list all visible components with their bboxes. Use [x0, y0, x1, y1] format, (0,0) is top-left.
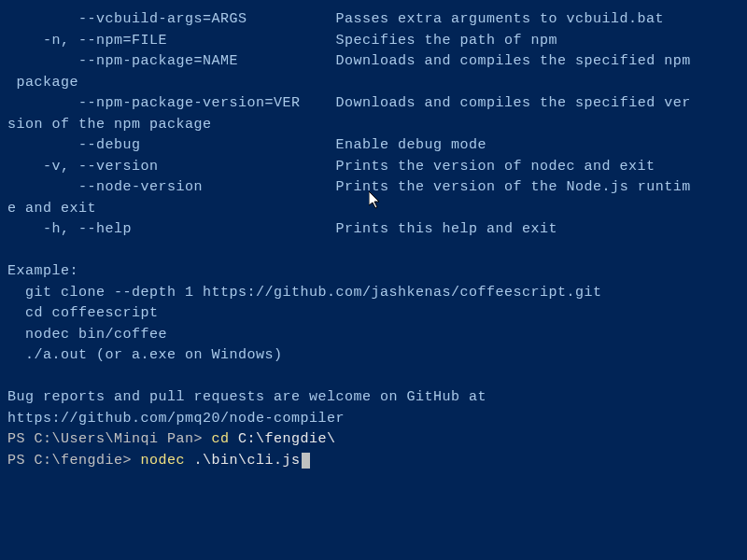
text-cursor — [302, 453, 310, 469]
command-verb: cd — [212, 431, 239, 447]
option-cont: e and exit — [7, 199, 740, 220]
option-flags: --npm-package-version=VER — [7, 95, 301, 111]
example-heading: Example: — [7, 261, 740, 283]
option-desc: Passes extra arguments to vcbuild.bat — [336, 11, 665, 27]
option-flags: --vcbuild-args=ARGS — [7, 11, 247, 27]
option-desc: Prints the version of the Node.js runtim — [336, 179, 691, 195]
command-arg: .\bin\cli.js — [194, 453, 301, 469]
option-desc: Downloads and compiles the specified npm — [336, 53, 691, 69]
option-flags: -n, --npm=FILE — [7, 33, 167, 49]
option-flags: -h, --help — [7, 221, 132, 237]
option-row: -n, --npm=FILE Specifies the path of npm — [7, 31, 740, 52]
option-flags: --npm-package=NAME — [7, 53, 238, 69]
ps-prompt: PS C:\Users\Minqi Pan> — [7, 431, 212, 447]
command-verb: nodec — [141, 453, 194, 469]
option-desc: Downloads and compiles the specified ver — [336, 95, 691, 111]
option-desc: Enable debug mode — [336, 137, 487, 153]
option-row: --node-version Prints the version of the… — [7, 177, 740, 199]
option-desc: Prints this help and exit — [336, 221, 558, 237]
terminal-output[interactable]: --vcbuild-args=ARGS Passes extra argumen… — [7, 9, 740, 471]
option-row: -h, --help Prints this help and exit — [7, 219, 740, 241]
blank-line — [7, 367, 740, 388]
command-arg: C:\fengdie\ — [238, 431, 336, 447]
option-desc: Prints the version of nodec and exit — [336, 159, 655, 175]
option-row: --vcbuild-args=ARGS Passes extra argumen… — [7, 9, 740, 31]
option-flags: --debug — [7, 137, 141, 153]
option-flags: --node-version — [7, 179, 203, 195]
prompt-line[interactable]: PS C:\fengdie> nodec .\bin\cli.js — [7, 451, 740, 472]
ps-prompt: PS C:\fengdie> — [7, 453, 141, 469]
option-flags: -v, --version — [7, 159, 159, 175]
option-cont: package — [7, 73, 740, 94]
footer-line: https://github.com/pmq20/node-compiler — [7, 409, 740, 430]
example-line: ./a.out (or a.exe on Windows) — [7, 345, 740, 367]
example-line: git clone --depth 1 https://github.com/j… — [7, 283, 740, 304]
option-row: -v, --version Prints the version of node… — [7, 157, 740, 178]
footer-line: Bug reports and pull requests are welcom… — [7, 387, 740, 409]
blank-line — [7, 241, 740, 262]
option-row: --debug Enable debug mode — [7, 135, 740, 157]
option-row: --npm-package=NAME Downloads and compile… — [7, 51, 740, 73]
prompt-line: PS C:\Users\Minqi Pan> cd C:\fengdie\ — [7, 429, 740, 451]
option-cont: sion of the npm package — [7, 115, 740, 136]
example-line: cd coffeescript — [7, 303, 740, 325]
example-line: nodec bin/coffee — [7, 325, 740, 346]
option-desc: Specifies the path of npm — [336, 33, 558, 49]
option-row: --npm-package-version=VER Downloads and … — [7, 93, 740, 115]
